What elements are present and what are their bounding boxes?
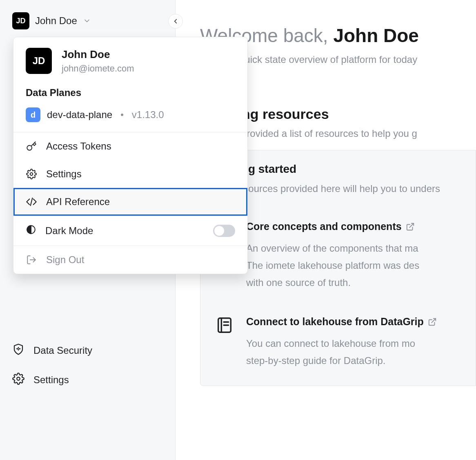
user-dropdown: JD John Doe john@iomete.com Data Planes … xyxy=(13,37,248,274)
menu-item-api-reference[interactable]: API Reference xyxy=(13,188,247,216)
data-plane-item[interactable]: d dev-data-plane • v1.13.0 xyxy=(13,105,247,132)
data-plane-badge: d xyxy=(26,107,40,122)
resource-card-title: Core concepts and components xyxy=(246,221,402,232)
resource-card-desc: An overview of the components that ma Th… xyxy=(246,240,419,291)
menu-item-settings[interactable]: Settings xyxy=(13,160,247,188)
resource-card-datagrip[interactable]: Connect to lakehouse from DataGrip You c… xyxy=(215,316,476,369)
panel-heading: Getting started xyxy=(215,163,476,176)
panel-sub: The resources provided here will help yo… xyxy=(215,181,476,196)
chevron-left-icon xyxy=(172,18,179,25)
menu-item-label: Settings xyxy=(46,168,82,180)
sidebar-nav: Data Security Settings xyxy=(0,336,175,395)
contrast-icon xyxy=(26,224,36,237)
avatar: JD xyxy=(26,48,52,74)
separator-dot: • xyxy=(119,109,125,120)
user-name: John Doe xyxy=(35,15,77,27)
code-icon xyxy=(26,196,37,208)
key-icon xyxy=(26,141,37,152)
welcome-username: John Doe xyxy=(333,25,419,46)
menu-item-label: API Reference xyxy=(46,196,110,208)
gear-icon xyxy=(12,373,24,387)
svg-line-1 xyxy=(409,223,414,227)
shield-icon xyxy=(12,343,24,358)
menu-item-dark-mode[interactable]: Dark Mode xyxy=(13,216,247,246)
svg-line-8 xyxy=(31,198,33,206)
external-link-icon xyxy=(428,317,437,326)
data-plane-version: v1.13.0 xyxy=(132,109,164,121)
notebook-icon xyxy=(215,316,235,335)
resource-card-core-concepts[interactable]: Core concepts and components An overview… xyxy=(215,221,476,291)
sidebar-collapse-button[interactable] xyxy=(168,14,183,29)
menu-item-label: Access Tokens xyxy=(46,141,111,152)
chevron-down-icon xyxy=(83,17,91,25)
svg-point-7 xyxy=(30,173,33,176)
dark-mode-toggle[interactable] xyxy=(213,225,235,237)
dropdown-user-name: John Doe xyxy=(62,48,134,61)
resource-card-desc: You can connect to lakehouse from mo ste… xyxy=(246,335,437,369)
menu-item-label: Dark Mode xyxy=(45,225,93,237)
data-planes-heading: Data Planes xyxy=(13,83,247,105)
dropdown-user-email: john@iomete.com xyxy=(62,63,134,74)
sidebar-item-label: Settings xyxy=(33,374,69,386)
sidebar-item-label: Data Security xyxy=(33,345,92,356)
gear-icon xyxy=(26,168,37,180)
resource-card-title: Connect to lakehouse from DataGrip xyxy=(246,316,424,328)
menu-item-sign-out[interactable]: Sign Out xyxy=(13,246,247,274)
menu-item-access-tokens[interactable]: Access Tokens xyxy=(13,132,247,160)
external-link-icon xyxy=(406,222,415,231)
svg-point-0 xyxy=(17,377,20,380)
sign-out-icon xyxy=(26,254,37,266)
data-plane-name: dev-data-plane xyxy=(47,109,112,121)
menu-item-label: Sign Out xyxy=(46,254,84,266)
user-menu-trigger[interactable]: JD John Doe xyxy=(0,12,175,29)
sidebar-item-data-security[interactable]: Data Security xyxy=(12,336,163,365)
svg-line-6 xyxy=(432,318,436,322)
sidebar-item-settings[interactable]: Settings xyxy=(12,365,163,395)
avatar: JD xyxy=(12,12,29,29)
dropdown-user-header: JD John Doe john@iomete.com xyxy=(13,37,247,83)
